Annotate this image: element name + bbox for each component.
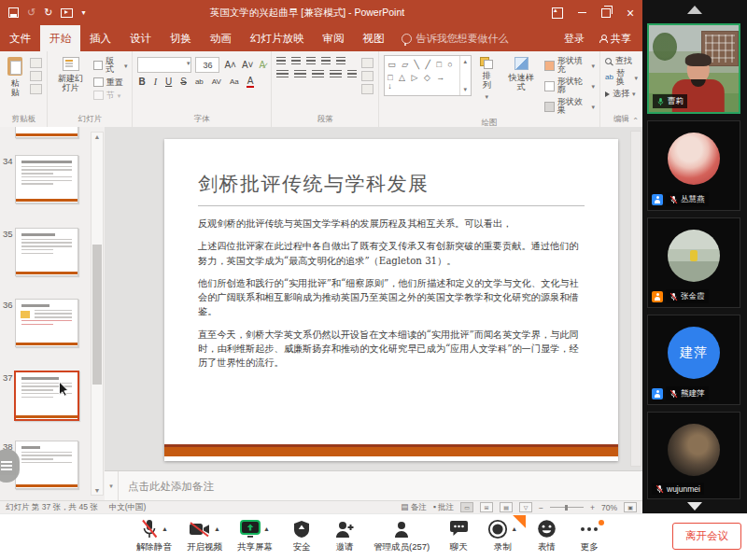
manage-members-button[interactable]: 管理成员(257) [374, 518, 430, 553]
italic-button[interactable]: I [153, 77, 158, 87]
mic-options-caret[interactable]: ▲ [162, 525, 168, 532]
reactions-button[interactable]: 表情 [532, 518, 560, 553]
leave-meeting-button[interactable]: 离开会议 [672, 523, 741, 550]
grow-font-icon[interactable]: A˄ [223, 61, 237, 70]
format-painter-icon[interactable] [30, 84, 42, 94]
columns-icon[interactable] [347, 70, 357, 79]
zoom-out-button[interactable]: − [539, 503, 543, 512]
minimize-button[interactable] [570, 0, 594, 25]
bullets-icon[interactable] [276, 57, 286, 66]
notes-toggle[interactable]: ▤ 备注 [401, 502, 426, 513]
layout-button[interactable]: 版式▾ [93, 57, 128, 74]
reading-view-button[interactable]: ▤ [500, 502, 513, 512]
share-button[interactable]: 共享 [599, 32, 631, 46]
change-case-button[interactable]: Aa [229, 78, 240, 86]
cut-icon[interactable] [30, 58, 42, 68]
participant-tile-wujunmei[interactable]: wujunmei [647, 412, 740, 499]
floating-panel-toggle[interactable] [0, 449, 20, 483]
more-button[interactable]: 更多 [575, 518, 603, 553]
chat-button[interactable]: 聊天 [444, 518, 472, 553]
shapes-gallery-scrollbar[interactable]: ▴▾ [459, 56, 471, 95]
shape-fill-button[interactable]: 形状填充▾ [544, 57, 595, 74]
video-options-caret[interactable]: ▲ [214, 525, 220, 532]
slideshow-view-button[interactable]: ▽ [519, 502, 532, 512]
qat-customize-icon[interactable]: ▾ [81, 9, 85, 17]
tab-transitions[interactable]: 切换 [161, 25, 201, 51]
zoom-in-button[interactable]: + [590, 503, 595, 512]
collapse-ribbon-icon[interactable]: ⌃ [632, 117, 639, 125]
unmute-button[interactable]: ▲ 解除静音 [136, 518, 172, 553]
normal-view-button[interactable]: ▭ [460, 502, 473, 512]
clear-format-icon[interactable]: A̷ [258, 61, 266, 70]
canvas-scrollbar[interactable] [630, 131, 641, 467]
underline-button[interactable]: U [164, 77, 173, 87]
participant-tile-caoli[interactable]: 曹莉 [647, 23, 740, 114]
close-button[interactable]: × [618, 0, 642, 25]
scrollbar-thumb[interactable] [92, 245, 102, 385]
tab-view[interactable]: 视图 [354, 25, 394, 51]
slide-sorter-view-button[interactable]: ⊞ [480, 502, 493, 512]
zoom-level[interactable]: 70% [601, 503, 617, 512]
replace-button[interactable]: ab替换▾ [605, 69, 638, 86]
align-left-icon[interactable] [276, 70, 289, 79]
thumbnail-slide-35[interactable] [15, 228, 78, 276]
find-button[interactable]: 查找 [605, 57, 638, 65]
select-button[interactable]: 选择▾ [605, 90, 638, 98]
shrink-font-icon[interactable]: A˅ [241, 61, 255, 70]
new-slide-button[interactable]: 新建幻灯片 [52, 55, 88, 95]
participant-tile-xiongjianping[interactable]: 建萍 熊建萍 [647, 315, 740, 405]
font-name-combobox[interactable] [137, 57, 191, 73]
align-right-icon[interactable] [312, 70, 324, 79]
security-button[interactable]: 安全 [288, 518, 316, 553]
align-text-icon[interactable] [361, 71, 374, 81]
share-screen-button[interactable]: ▲ 共享屏幕 [237, 518, 273, 553]
notes-placeholder[interactable]: 点击此处添加备注 [128, 480, 214, 494]
text-direction-icon[interactable] [361, 58, 374, 68]
undo-icon[interactable]: ↺ [27, 7, 35, 18]
participant-tile-conghuiyan[interactable]: 丛慧燕 [647, 120, 740, 211]
sign-in-button[interactable]: 登录 [564, 32, 585, 46]
tab-file[interactable]: 文件 [0, 25, 40, 51]
zoom-slider[interactable] [550, 507, 584, 508]
strikethrough-button[interactable]: S [179, 77, 188, 87]
comments-toggle[interactable]: ▪ 批注 [433, 502, 454, 513]
line-spacing-icon[interactable] [336, 57, 345, 66]
convert-smartart-icon[interactable] [361, 84, 374, 94]
scroll-down-icon[interactable]: ▼ [92, 487, 103, 494]
participant-tile-zhangjinxia[interactable]: 张金霞 [647, 217, 740, 308]
increase-indent-icon[interactable] [321, 57, 331, 66]
tab-insert[interactable]: 插入 [80, 25, 120, 51]
thumbnail-slide-34[interactable] [15, 155, 78, 203]
record-options-caret[interactable]: ▲ [511, 525, 517, 532]
font-size-combobox[interactable]: 36 [195, 57, 219, 73]
paste-button[interactable]: 粘贴 [5, 55, 25, 100]
current-slide[interactable]: 剑桥批评传统与学科发展 反观剑桥的批评传统与英国文学学科的发展历程及其相互关系。… [164, 139, 618, 461]
restore-button[interactable] [594, 0, 618, 25]
shadow-button[interactable]: ab [194, 78, 204, 86]
tell-me-box[interactable]: 告诉我您想要做什么 [394, 25, 516, 51]
share-options-caret[interactable]: ▲ [263, 525, 270, 532]
tab-slideshow[interactable]: 幻灯片放映 [241, 25, 314, 51]
start-video-button[interactable]: ▲ 开启视频 [187, 518, 222, 553]
quick-styles-button[interactable]: 快速样式 [502, 55, 540, 94]
copy-icon[interactable] [30, 71, 42, 81]
thumbnail-slide-38[interactable] [15, 441, 78, 489]
thumbnail-scrollbar[interactable]: ▲ ▼ [91, 132, 104, 496]
bold-button[interactable]: B [137, 77, 146, 87]
slide-title[interactable]: 剑桥批评传统与学科发展 [198, 171, 585, 206]
shape-outline-button[interactable]: 形状轮廓▾ [544, 77, 595, 94]
tab-animations[interactable]: 动画 [201, 25, 241, 51]
align-center-icon[interactable] [294, 70, 306, 79]
decrease-indent-icon[interactable] [306, 57, 316, 66]
shape-effects-button[interactable]: 形状效果▾ [544, 98, 595, 115]
save-icon[interactable] [8, 7, 19, 18]
ribbon-display-options-button[interactable] [545, 0, 570, 25]
tab-design[interactable]: 设计 [120, 25, 161, 51]
arrange-button[interactable]: 排列 ▾ [476, 55, 498, 103]
shapes-gallery[interactable]: ▭ ▱ ╲ ╱ □ ○ □ △ ▷ ◇ → ↓ ▴▾ [384, 55, 472, 96]
numbering-icon[interactable] [291, 57, 301, 66]
section-button[interactable]: 节▾ [93, 91, 128, 100]
record-button[interactable]: ▲ 录制 [487, 518, 517, 553]
redo-icon[interactable]: ↻ [44, 7, 52, 18]
scroll-up-icon[interactable]: ▲ [92, 133, 103, 140]
